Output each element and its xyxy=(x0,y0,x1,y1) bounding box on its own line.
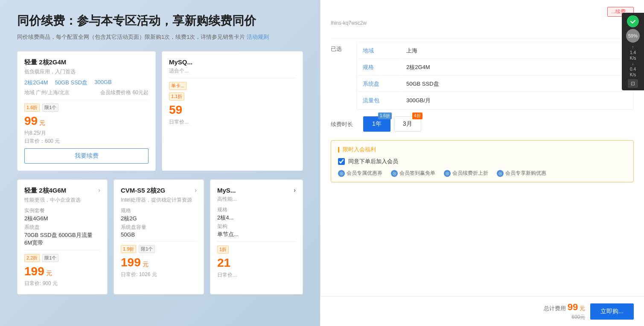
product-card-1: 轻量 2核2G4M 低负载应用，入门首选 2核2G4M 50GB SSD盘 30… xyxy=(17,51,156,171)
card1-price: 99 xyxy=(24,114,38,128)
card3-discount: 2.2折 xyxy=(24,254,40,262)
speed-widget: 59% ↑ 1.4 K/s ↓ 0.4 K/s ⊡ xyxy=(622,13,644,90)
member-checkbox-row: 同意下单后加入会员 xyxy=(338,158,627,165)
total-price-unit: 元 xyxy=(580,305,585,312)
benefit-icon-1: ◎ xyxy=(338,170,345,177)
card1-limit-badge: 限1个 xyxy=(42,104,58,112)
duration-section: 续费时长 1.6折 1年 4折 3月 xyxy=(331,116,634,132)
benefit-label-3: 会员续费折上折 xyxy=(452,170,488,177)
info-key-spec: 规格 xyxy=(358,60,400,75)
card3-spec-val1: 2核4G6M xyxy=(24,215,100,222)
member-benefits-list: ◎ 会员专属优惠券 ◎ 会员签到赢免单 ◎ 会员续费折上折 ◎ 会员专享新购优惠 xyxy=(338,170,627,177)
card2-price: 59 xyxy=(169,103,182,117)
benefit-3: ◎ 会员续费折上折 xyxy=(444,170,488,177)
card3-spec-val2: 70GB SSD盘 600GB月流量 6M宽带 xyxy=(24,231,100,247)
member-checkbox[interactable] xyxy=(338,158,345,165)
benefit-icon-2: ◎ xyxy=(391,170,398,177)
discount-badge-3month: 4折 xyxy=(412,113,423,119)
card4-spec-val1: 2核2G xyxy=(121,215,197,222)
card3-title: 轻量 2核4G6M xyxy=(24,187,66,195)
info-key-traffic: 流量包 xyxy=(358,93,400,108)
card1-spec1: 2核2G4M xyxy=(24,79,48,87)
card1-per-month: 约8.25/月 xyxy=(24,130,149,137)
page-subtitle: 同价续费商品，每个配置全网（包含其它活动页面）限新购1次，续费1次，详情参见销售… xyxy=(17,33,303,41)
card4-title: CVM-S5 2核2G xyxy=(121,187,165,195)
benefit-4: ◎ 会员专享新购优惠 xyxy=(497,170,546,177)
member-benefits-section: 限时入会福利 同意下单后加入会员 ◎ 会员专属优惠券 ◎ 会员签到赢免单 xyxy=(331,140,634,182)
card3-original: 日常价: 900 元 xyxy=(24,280,100,287)
drawer-footer: 总计费用 99 元 600元 立即购... xyxy=(320,296,644,326)
card1-subtitle: 低负载应用，入门首选 xyxy=(24,68,149,75)
total-price: 99 xyxy=(568,302,578,313)
product-card-2: MySQ... 适合个... 单卡... 1.1折 59 日常价... xyxy=(162,51,303,171)
selected-info-table: 地域 上海 规格 2核2G4M 系统盘 50GB SSD盘 流量包 300GB/… xyxy=(356,42,634,110)
right-drawer: ...续费... lhins-kq7wsc2w 已选 地域 上海 规格 2核2G… xyxy=(320,0,644,326)
camera-icon[interactable]: ⊡ xyxy=(628,79,638,88)
confirm-button[interactable]: 立即购... xyxy=(590,303,634,320)
card4-discount: 1.9折 xyxy=(121,245,136,253)
speed-check-icon xyxy=(627,15,639,27)
card2-discount2: 1.1折 xyxy=(169,92,184,101)
info-row-traffic: 流量包 300GB/月 xyxy=(358,93,632,108)
duration-label: 续费时长 xyxy=(331,116,356,128)
card5-discount: 1折 xyxy=(217,245,229,254)
info-row-region: 地域 上海 xyxy=(358,43,632,59)
member-checkbox-label: 同意下单后加入会员 xyxy=(348,158,398,165)
renew-button-1[interactable]: 我要续费 xyxy=(24,148,149,164)
discount-badge-1year: 1.6折 xyxy=(378,113,392,119)
benefit-1: ◎ 会员专属优惠券 xyxy=(338,170,382,177)
info-row-disk: 系统盘 50GB SSD盘 xyxy=(358,76,632,92)
selected-label: 已选 xyxy=(331,42,356,110)
card4-spec-label2: 系统盘容量 xyxy=(121,224,197,231)
info-key-disk: 系统盘 xyxy=(358,76,400,92)
card3-arrow: › xyxy=(98,187,100,195)
card1-region: 地域 广州/上海/北京 xyxy=(24,89,70,96)
benefit-icon-4: ◎ xyxy=(497,170,504,177)
info-val-spec: 2核2G4M xyxy=(401,60,632,75)
product-card-3: 轻量 2核4G6M › 性能更强，中小企业首选 实例套餐 2核4G6M 系统盘 … xyxy=(17,179,108,294)
total-label: 总计费用 xyxy=(544,305,566,312)
duration-3month[interactable]: 4折 3月 xyxy=(394,116,421,132)
duration-1year[interactable]: 1.6折 1年 xyxy=(363,116,390,132)
speed-percent: 59% xyxy=(626,29,640,43)
page-title: 同价续费：参与本专区活动，享新购续费同价 xyxy=(17,13,303,29)
card1-unit: 元 xyxy=(39,119,45,127)
benefit-label-4: 会员专享新购优惠 xyxy=(505,170,546,177)
card4-spec-val2: 50GB xyxy=(121,231,197,238)
duration-options: 1.6折 1年 4折 3月 xyxy=(363,116,421,132)
card4-limit: 限1个 xyxy=(139,245,155,253)
card1-original: 日常价：600 元 xyxy=(24,138,149,145)
product-card-5: MyS... › 高性能... 规格 2核4... 架构 单节点... 1折 2… xyxy=(210,179,303,294)
info-key-region: 地域 xyxy=(358,43,400,59)
card2-title: MySQ... xyxy=(169,58,296,66)
up-arrow-icon: ↑ xyxy=(624,44,641,50)
member-section-title: 限时入会福利 xyxy=(338,146,627,153)
info-val-traffic: 300GB/月 xyxy=(401,93,632,108)
card1-title: 轻量 2核2G4M xyxy=(24,58,66,66)
info-row-spec: 规格 2核2G4M xyxy=(358,60,632,75)
card2-discount-badge: 单卡... xyxy=(169,82,186,90)
card3-unit: 元 xyxy=(46,270,52,277)
card5-price: 21 xyxy=(217,256,230,270)
selected-section: 已选 地域 上海 规格 2核2G4M 系统盘 50GB SSD盘 xyxy=(331,42,634,110)
benefit-icon-3: ◎ xyxy=(444,170,451,177)
card4-original: 日常价: 1026 元 xyxy=(121,271,197,278)
second-row-cards: 轻量 2核4G6M › 性能更强，中小企业首选 实例套餐 2核4G6M 系统盘 … xyxy=(17,179,303,300)
card1-spec3: 300GB xyxy=(94,79,111,87)
speed-down: ↓ 0.4 K/s xyxy=(624,61,641,78)
product-card-4: CVM-S5 2核2G › Intel处理器，提供稳定计算资源 规格 2核2G … xyxy=(114,179,204,294)
benefit-label-2: 会员签到赢免单 xyxy=(399,170,435,177)
card3-price: 199 xyxy=(24,265,44,278)
card3-spec-label1: 实例套餐 xyxy=(24,207,100,214)
card4-spec-label1: 规格 xyxy=(121,207,197,214)
card4-subtitle: Intel处理器，提供稳定计算资源 xyxy=(121,196,197,204)
card4-price: 199 xyxy=(121,256,141,269)
card3-limit: 限1个 xyxy=(42,254,58,262)
original-price-footer: 600元 xyxy=(571,314,585,321)
activity-rules-link[interactable]: 活动规则 xyxy=(247,34,269,40)
down-arrow-icon: ↓ xyxy=(624,61,641,66)
card4-unit: 元 xyxy=(143,261,149,268)
card1-price-label: 会员续费价格 60元起 xyxy=(100,89,149,96)
left-panel: 同价续费：参与本专区活动，享新购续费同价 同价续费商品，每个配置全网（包含其它活… xyxy=(0,0,320,326)
instance-id: lhins-kq7wsc2w xyxy=(331,20,634,26)
